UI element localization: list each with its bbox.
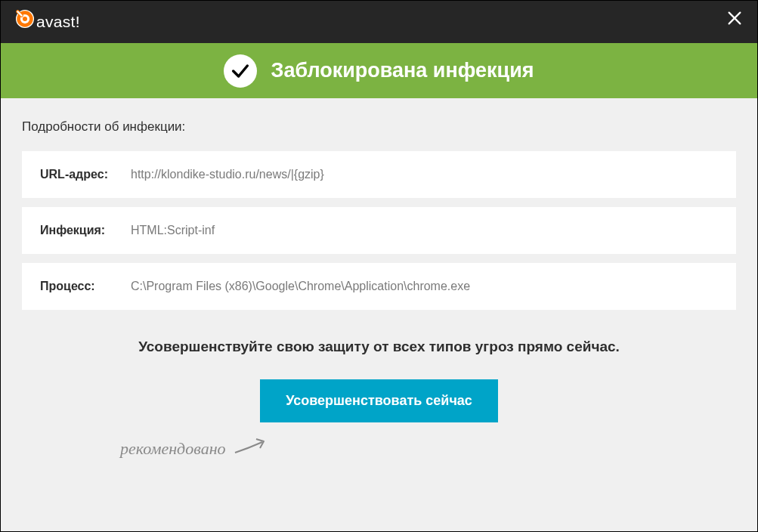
process-value: C:\Program Files (x86)\Google\Chrome\App… <box>131 280 470 293</box>
details-heading: Подробности об инфекции: <box>22 119 736 135</box>
recommendation: рекомендовано <box>22 436 736 462</box>
url-label: URL-адрес: <box>40 168 131 181</box>
dialog-window: avast! Заблокирована инфекция Подробност… <box>0 0 758 532</box>
close-button[interactable] <box>722 6 747 30</box>
svg-point-2 <box>23 17 27 21</box>
recommendation-text: рекомендовано <box>120 439 226 459</box>
checkmark-icon <box>224 54 257 88</box>
process-label: Процесс: <box>40 280 131 293</box>
logo-text: avast! <box>36 13 80 31</box>
logo: avast! <box>14 13 80 31</box>
detail-row-process: Процесс: C:\Program Files (x86)\Google\C… <box>22 263 736 310</box>
upgrade-section: Усовершенствуйте свою защиту от всех тип… <box>22 339 736 462</box>
content-area: Подробности об инфекции: URL-адрес: http… <box>1 98 757 531</box>
arrow-icon <box>234 436 271 462</box>
banner-title: Заблокирована инфекция <box>271 59 534 82</box>
url-value: http://klondike-studio.ru/news/|{gzip} <box>131 168 324 181</box>
upgrade-button[interactable]: Усовершенствовать сейчас <box>260 379 498 422</box>
detail-row-infection: Инфекция: HTML:Script-inf <box>22 207 736 254</box>
titlebar: avast! <box>1 1 757 43</box>
infection-value: HTML:Script-inf <box>131 224 215 237</box>
avast-logo-icon <box>14 8 36 29</box>
upgrade-message: Усовершенствуйте свою защиту от всех тип… <box>22 339 736 355</box>
status-banner: Заблокирована инфекция <box>1 43 757 98</box>
detail-row-url: URL-адрес: http://klondike-studio.ru/new… <box>22 151 736 198</box>
infection-label: Инфекция: <box>40 224 131 237</box>
